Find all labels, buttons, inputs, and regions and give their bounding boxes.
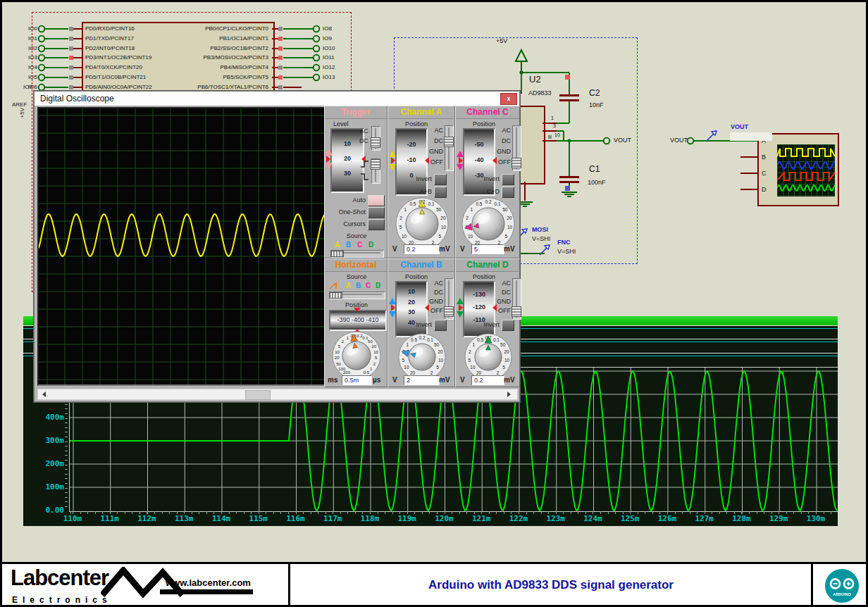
coupling-label-off: OFF (484, 158, 511, 165)
svg-text:50: 50 (336, 362, 341, 366)
banner-divider (288, 564, 290, 607)
source-channel-a: A (346, 282, 351, 289)
volts-per-div-value[interactable]: 5 (471, 244, 504, 254)
unit-left-label: V (460, 245, 465, 253)
svg-text:1: 1 (470, 207, 473, 212)
unit-right-label: mV (504, 376, 515, 384)
svg-text:0.5: 0.5 (409, 201, 416, 206)
x-tick-label: 117m (320, 514, 345, 523)
svg-text:0.5: 0.5 (477, 337, 483, 342)
coupling-label-gnd: GND (416, 298, 443, 305)
x-tick-label: 129m (766, 514, 791, 523)
terminal-label-io10: IO10 (323, 45, 335, 51)
x-tick-label: 130m (803, 514, 829, 523)
mcu-pin-label: PB4/MISO/PCINT4 (156, 64, 268, 70)
c2-ref: C2 (589, 88, 600, 98)
mcu-pin-label: PB5/SCK/PCINT5 (156, 74, 268, 80)
oscilloscope-window: Digital Oscilloscope x Trigger Level1020… (34, 91, 520, 402)
terminal-label-io13: IO13 (323, 74, 335, 80)
slider-thumb[interactable] (444, 306, 454, 317)
unit-right-label: mV (439, 245, 450, 253)
rising-edge-icon (361, 161, 368, 167)
x-tick-label: 123m (543, 514, 569, 523)
source-channel-a: A (335, 241, 340, 249)
scroll-right-icon[interactable] (504, 389, 516, 399)
mcu-pin-label: PD0/RXD/PCINT16 (85, 25, 135, 32)
slider-thumb[interactable] (444, 137, 454, 147)
coupling-label-ac: AC (416, 127, 443, 134)
auto-button[interactable] (368, 195, 385, 206)
unit-left-label: V (392, 376, 397, 384)
mcu-pin-label: PD4/T0/XCK/PCINT20 (85, 64, 142, 70)
svg-text:5: 5 (402, 358, 405, 363)
volts-per-div-value[interactable]: 0.2 (404, 244, 440, 254)
svg-text:10: 10 (402, 234, 407, 239)
x-tick-label: 121m (469, 514, 494, 523)
one-shot-button[interactable] (368, 207, 385, 218)
volts-per-div-value[interactable]: 2 (404, 375, 440, 385)
arduino-logo-label: ARDUINO (833, 592, 851, 596)
slider-thumb[interactable] (512, 306, 521, 317)
channel-a-panel: Channel A Position-20-100ACDCGNDOFFInver… (388, 106, 455, 258)
cursors-button[interactable] (368, 219, 385, 230)
coupling-label-gnd: GND (484, 298, 511, 305)
mcu-pin-label: PB2/SS/OC1B/PCINT2 (156, 45, 268, 51)
level-label: Level (333, 120, 349, 127)
x-tick-label: 127m (692, 514, 717, 523)
close-button[interactable]: x (500, 93, 517, 105)
dial-pointer-left (391, 304, 395, 311)
coupling-label-dc: DC (484, 137, 511, 144)
invert-label: Invert (460, 175, 500, 182)
y-tick-label: 400m (37, 413, 64, 422)
svg-text:10: 10 (335, 350, 340, 354)
unit-right-label: mV (439, 376, 450, 384)
source-channel-b: B (356, 282, 361, 289)
volts-per-div-value[interactable]: 0.2 (471, 375, 504, 385)
time-per-div-value[interactable]: 0.5m (342, 375, 372, 385)
display-pointer-top (354, 308, 361, 312)
svg-text:5: 5 (505, 234, 508, 239)
svg-text:20: 20 (438, 349, 443, 354)
scrollbar-thumb[interactable] (245, 390, 271, 400)
svg-text:50: 50 (500, 342, 506, 347)
channel-color-arrow-up (457, 151, 464, 157)
coupling-label-dc: DC (416, 137, 443, 144)
oscilloscope-title-bar[interactable]: Digital Oscilloscope x (35, 92, 519, 106)
slider-thumb[interactable] (512, 158, 521, 168)
coupling-label-ac: AC (484, 127, 511, 134)
falling-edge-icon (361, 174, 368, 180)
source-channel-d: D (376, 282, 380, 289)
horizontal-scrollbar[interactable] (37, 389, 518, 400)
slider-thumb[interactable] (371, 159, 380, 170)
svg-text:1: 1 (473, 342, 476, 347)
dial-tick: 30 (332, 170, 363, 177)
scroll-left-icon[interactable] (39, 389, 51, 399)
svg-text:0.1: 0.1 (495, 201, 501, 206)
terminal-label-io7: IO7 (23, 84, 32, 90)
coupling-label-dc: DC (484, 289, 511, 296)
channel-color-arrow-down (457, 164, 464, 170)
ramp-waveform-icon (329, 282, 342, 290)
monitor-input-c: C (762, 170, 767, 177)
mcu-pin-label: PD5/T1/OC0B/PCINT21 (85, 74, 146, 80)
coupling-slider[interactable] (445, 125, 454, 171)
source-slider-thumb[interactable] (331, 251, 344, 257)
monitor-input-b: B (762, 154, 766, 161)
mcu-pin-label: PD2/INT0/PCINT18 (85, 45, 135, 51)
terminal-label-io4: IO4 (19, 64, 37, 70)
invert-button[interactable] (434, 174, 447, 185)
dial-pointer-left (459, 157, 463, 164)
mcu-pin-label: PD1/TXD/PCINT17 (85, 35, 134, 42)
svg-text:0.5: 0.5 (476, 201, 482, 206)
slider-thumb[interactable] (371, 137, 380, 148)
x-tick-label: 126m (655, 514, 680, 523)
invert-button[interactable] (502, 174, 514, 185)
x-tick-label: 128m (729, 514, 755, 523)
horizontal-slider-thumb[interactable] (330, 292, 342, 299)
svg-text:50: 50 (502, 207, 508, 212)
one-shot-label: One-Shot (326, 208, 366, 215)
labcenter-logo-text: Labcenter (11, 565, 108, 591)
unit-left-label: V (392, 245, 397, 253)
terminal-label-io1: IO1 (19, 35, 37, 42)
y-tick-label: 300m (37, 436, 64, 445)
